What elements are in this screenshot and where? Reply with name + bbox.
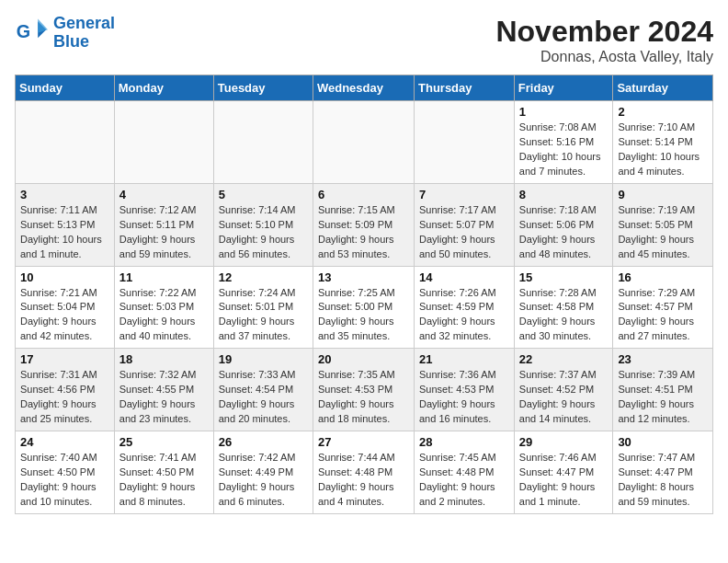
weekday-saturday: Saturday xyxy=(613,75,713,101)
day-info: Sunrise: 7:42 AM Sunset: 4:49 PM Dayligh… xyxy=(219,451,308,510)
calendar-cell: 29Sunrise: 7:46 AM Sunset: 4:47 PM Dayli… xyxy=(514,431,613,514)
calendar-cell: 12Sunrise: 7:24 AM Sunset: 5:01 PM Dayli… xyxy=(213,266,313,349)
logo-icon: G xyxy=(15,15,48,52)
calendar-cell xyxy=(16,101,115,184)
day-info: Sunrise: 7:25 AM Sunset: 5:00 PM Dayligh… xyxy=(318,286,409,345)
day-info: Sunrise: 7:46 AM Sunset: 4:47 PM Dayligh… xyxy=(519,451,609,510)
day-number: 20 xyxy=(318,352,409,366)
day-number: 21 xyxy=(419,352,509,366)
day-number: 10 xyxy=(20,270,109,284)
day-number: 16 xyxy=(618,270,708,284)
calendar-body: 1Sunrise: 7:08 AM Sunset: 5:16 PM Daylig… xyxy=(16,101,713,514)
day-info: Sunrise: 7:12 AM Sunset: 5:11 PM Dayligh… xyxy=(119,203,209,262)
day-info: Sunrise: 7:31 AM Sunset: 4:56 PM Dayligh… xyxy=(20,368,109,427)
day-info: Sunrise: 7:19 AM Sunset: 5:05 PM Dayligh… xyxy=(618,203,708,262)
day-info: Sunrise: 7:33 AM Sunset: 4:54 PM Dayligh… xyxy=(219,368,308,427)
calendar-cell: 10Sunrise: 7:21 AM Sunset: 5:04 PM Dayli… xyxy=(16,266,115,349)
calendar-cell xyxy=(114,101,213,184)
calendar-cell xyxy=(213,101,313,184)
day-number: 12 xyxy=(219,270,308,284)
calendar-cell: 30Sunrise: 7:47 AM Sunset: 4:47 PM Dayli… xyxy=(613,431,713,514)
title-block: November 2024 Donnas, Aosta Valley, Ital… xyxy=(495,15,713,65)
calendar-cell: 26Sunrise: 7:42 AM Sunset: 4:49 PM Dayli… xyxy=(213,431,313,514)
calendar-cell xyxy=(313,101,414,184)
calendar-cell: 7Sunrise: 7:17 AM Sunset: 5:07 PM Daylig… xyxy=(415,183,515,266)
calendar-cell: 20Sunrise: 7:35 AM Sunset: 4:53 PM Dayli… xyxy=(313,349,414,431)
day-info: Sunrise: 7:37 AM Sunset: 4:52 PM Dayligh… xyxy=(519,368,609,427)
calendar-cell: 28Sunrise: 7:45 AM Sunset: 4:48 PM Dayli… xyxy=(415,431,515,514)
sub-title: Donnas, Aosta Valley, Italy xyxy=(495,49,713,65)
calendar-cell: 15Sunrise: 7:28 AM Sunset: 4:58 PM Dayli… xyxy=(514,266,613,349)
day-number: 8 xyxy=(519,188,609,201)
day-info: Sunrise: 7:29 AM Sunset: 4:57 PM Dayligh… xyxy=(618,286,708,345)
day-number: 1 xyxy=(519,105,609,119)
day-info: Sunrise: 7:11 AM Sunset: 5:13 PM Dayligh… xyxy=(20,203,109,262)
logo-line1: General xyxy=(53,14,115,32)
day-info: Sunrise: 7:44 AM Sunset: 4:48 PM Dayligh… xyxy=(318,451,409,510)
calendar-cell: 3Sunrise: 7:11 AM Sunset: 5:13 PM Daylig… xyxy=(16,183,115,266)
calendar-week-4: 17Sunrise: 7:31 AM Sunset: 4:56 PM Dayli… xyxy=(16,349,713,431)
calendar-week-2: 3Sunrise: 7:11 AM Sunset: 5:13 PM Daylig… xyxy=(16,183,713,266)
calendar-cell: 27Sunrise: 7:44 AM Sunset: 4:48 PM Dayli… xyxy=(313,431,414,514)
day-info: Sunrise: 7:08 AM Sunset: 5:16 PM Dayligh… xyxy=(519,121,609,179)
logo-line2: Blue xyxy=(53,32,89,51)
day-info: Sunrise: 7:21 AM Sunset: 5:04 PM Dayligh… xyxy=(20,286,109,345)
page-header: G General Blue November 2024 Donnas, Aos… xyxy=(15,15,713,65)
day-info: Sunrise: 7:22 AM Sunset: 5:03 PM Dayligh… xyxy=(119,286,209,345)
day-number: 6 xyxy=(318,188,409,201)
day-info: Sunrise: 7:36 AM Sunset: 4:53 PM Dayligh… xyxy=(419,368,509,427)
day-number: 22 xyxy=(519,352,609,366)
calendar-cell: 2Sunrise: 7:10 AM Sunset: 5:14 PM Daylig… xyxy=(613,101,713,184)
day-info: Sunrise: 7:14 AM Sunset: 5:10 PM Dayligh… xyxy=(219,203,308,262)
svg-marker-2 xyxy=(38,19,48,33)
day-number: 27 xyxy=(318,435,409,449)
calendar-cell: 8Sunrise: 7:18 AM Sunset: 5:06 PM Daylig… xyxy=(514,183,613,266)
calendar-cell: 5Sunrise: 7:14 AM Sunset: 5:10 PM Daylig… xyxy=(213,183,313,266)
day-number: 19 xyxy=(219,352,308,366)
day-info: Sunrise: 7:28 AM Sunset: 4:58 PM Dayligh… xyxy=(519,286,609,345)
weekday-header-row: SundayMondayTuesdayWednesdayThursdayFrid… xyxy=(16,75,713,101)
day-number: 5 xyxy=(219,188,308,201)
calendar-cell: 4Sunrise: 7:12 AM Sunset: 5:11 PM Daylig… xyxy=(114,183,213,266)
calendar-cell: 18Sunrise: 7:32 AM Sunset: 4:55 PM Dayli… xyxy=(114,349,213,431)
day-info: Sunrise: 7:17 AM Sunset: 5:07 PM Dayligh… xyxy=(419,203,509,262)
day-number: 4 xyxy=(119,188,209,201)
day-number: 18 xyxy=(119,352,209,366)
day-number: 11 xyxy=(119,270,209,284)
day-info: Sunrise: 7:18 AM Sunset: 5:06 PM Dayligh… xyxy=(519,203,609,262)
calendar-cell: 22Sunrise: 7:37 AM Sunset: 4:52 PM Dayli… xyxy=(514,349,613,431)
calendar-table: SundayMondayTuesdayWednesdayThursdayFrid… xyxy=(15,75,713,514)
day-info: Sunrise: 7:40 AM Sunset: 4:50 PM Dayligh… xyxy=(20,451,109,510)
day-number: 7 xyxy=(419,188,509,201)
day-info: Sunrise: 7:32 AM Sunset: 4:55 PM Dayligh… xyxy=(119,368,209,427)
calendar-cell: 16Sunrise: 7:29 AM Sunset: 4:57 PM Dayli… xyxy=(613,266,713,349)
weekday-friday: Friday xyxy=(514,75,613,101)
day-number: 25 xyxy=(119,435,209,449)
day-number: 17 xyxy=(20,352,109,366)
calendar-cell: 1Sunrise: 7:08 AM Sunset: 5:16 PM Daylig… xyxy=(514,101,613,184)
day-number: 14 xyxy=(419,270,509,284)
calendar-cell: 9Sunrise: 7:19 AM Sunset: 5:05 PM Daylig… xyxy=(613,183,713,266)
day-number: 24 xyxy=(20,435,109,449)
weekday-wednesday: Wednesday xyxy=(313,75,414,101)
calendar-cell xyxy=(415,101,515,184)
day-number: 15 xyxy=(519,270,609,284)
calendar-cell: 24Sunrise: 7:40 AM Sunset: 4:50 PM Dayli… xyxy=(16,431,115,514)
calendar-week-5: 24Sunrise: 7:40 AM Sunset: 4:50 PM Dayli… xyxy=(16,431,713,514)
day-info: Sunrise: 7:35 AM Sunset: 4:53 PM Dayligh… xyxy=(318,368,409,427)
day-info: Sunrise: 7:39 AM Sunset: 4:51 PM Dayligh… xyxy=(618,368,708,427)
calendar-cell: 25Sunrise: 7:41 AM Sunset: 4:50 PM Dayli… xyxy=(114,431,213,514)
calendar-cell: 14Sunrise: 7:26 AM Sunset: 4:59 PM Dayli… xyxy=(415,266,515,349)
weekday-tuesday: Tuesday xyxy=(213,75,313,101)
day-info: Sunrise: 7:24 AM Sunset: 5:01 PM Dayligh… xyxy=(219,286,308,345)
day-info: Sunrise: 7:10 AM Sunset: 5:14 PM Dayligh… xyxy=(618,121,708,179)
day-info: Sunrise: 7:47 AM Sunset: 4:47 PM Dayligh… xyxy=(618,451,708,510)
weekday-thursday: Thursday xyxy=(415,75,515,101)
day-info: Sunrise: 7:15 AM Sunset: 5:09 PM Dayligh… xyxy=(318,203,409,262)
day-number: 3 xyxy=(20,188,109,201)
logo: G General Blue xyxy=(15,15,115,52)
calendar-week-3: 10Sunrise: 7:21 AM Sunset: 5:04 PM Dayli… xyxy=(16,266,713,349)
calendar-week-1: 1Sunrise: 7:08 AM Sunset: 5:16 PM Daylig… xyxy=(16,101,713,184)
weekday-monday: Monday xyxy=(114,75,213,101)
calendar-cell: 21Sunrise: 7:36 AM Sunset: 4:53 PM Dayli… xyxy=(415,349,515,431)
